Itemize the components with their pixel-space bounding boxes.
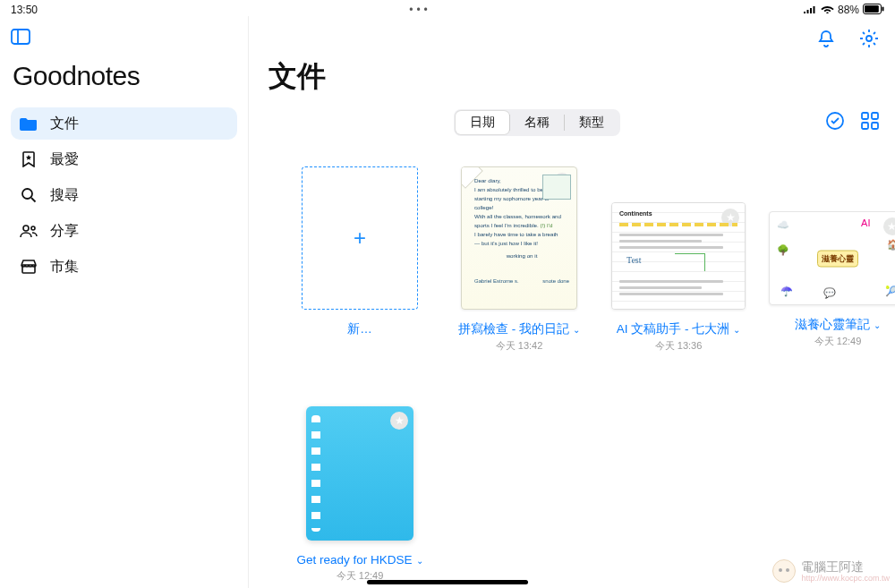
svg-point-9 (866, 36, 872, 41)
document-title: Get ready for HKDSE (296, 553, 412, 567)
signal-icon (803, 4, 817, 16)
svg-point-8 (31, 226, 35, 230)
home-indicator[interactable] (367, 580, 528, 584)
sidebar-item-label: 市集 (50, 258, 79, 277)
battery-icon (863, 4, 884, 17)
svg-point-7 (23, 226, 29, 231)
document-date: 今天 12:49 (766, 335, 895, 348)
favorite-star-icon[interactable]: ★ (883, 217, 896, 235)
main-pane: 文件 日期 名稱 類型 + 新… (249, 16, 895, 588)
sidebar-item-label: 搜尋 (50, 186, 79, 205)
sidebar-item-label: 分享 (50, 222, 79, 241)
svg-rect-11 (862, 113, 868, 119)
page-title: 文件 (268, 57, 879, 97)
handwriting-preview: Dear diary, I am absolutely thrilled to … (474, 176, 569, 302)
chevron-down-icon[interactable]: ⌄ (573, 325, 580, 335)
sort-option-date[interactable]: 日期 (456, 111, 509, 134)
chevron-down-icon[interactable]: ⌄ (416, 556, 423, 566)
store-icon (20, 260, 38, 274)
status-time: 13:50 (11, 4, 38, 16)
sidebar-item-share[interactable]: 分享 (11, 215, 237, 247)
document-title: 拼寫檢查 - 我的日記 (458, 321, 569, 337)
document-tile[interactable]: ★ Dear diary, I am absolutely thrilled t… (448, 166, 591, 353)
document-tile[interactable]: ★ Get ready for HKDSE ⌄ 今天 12:49 (288, 406, 431, 583)
sidebar: Goodnotes 文件 最愛 搜尋 (0, 16, 249, 588)
svg-rect-12 (872, 113, 878, 119)
sidebar-item-favorites[interactable]: 最愛 (11, 143, 237, 175)
chevron-down-icon[interactable]: ⌄ (733, 325, 740, 335)
svg-point-5 (22, 189, 32, 199)
document-tile[interactable]: ★ Continents Test AI 文稿助手 - 七大洲 ⌄ 今天 13:… (607, 166, 750, 353)
people-icon (20, 224, 38, 238)
sort-option-type[interactable]: 類型 (565, 111, 618, 134)
document-thumbnail: ★ ☁️ AI 🌳 🏠 ☂️ 💬 🎾 滋養心靈 (769, 211, 896, 305)
notifications-button[interactable] (816, 29, 836, 52)
sort-segmented-control[interactable]: 日期 名稱 類型 (454, 109, 620, 136)
new-document-tile[interactable]: + 新… (288, 166, 431, 353)
select-button[interactable] (825, 111, 845, 134)
view-grid-button[interactable] (861, 112, 879, 133)
svg-rect-3 (12, 30, 30, 44)
watermark: 電腦王阿達 http://www.kocpc.com.tw (772, 559, 890, 583)
watermark-text: 電腦王阿達 (801, 559, 864, 574)
document-thumbnail: ★ Continents Test (611, 202, 746, 310)
plus-icon: + (302, 166, 418, 310)
document-date: 今天 13:36 (607, 339, 750, 353)
battery-pct: 88% (838, 4, 859, 16)
sidebar-item-marketplace[interactable]: 市集 (11, 251, 237, 283)
app-brand: Goodnotes (13, 61, 235, 91)
watermark-face-icon (772, 559, 796, 583)
sort-option-name[interactable]: 名稱 (510, 111, 564, 134)
sidebar-item-documents[interactable]: 文件 (11, 107, 237, 140)
sidebar-item-label: 文件 (50, 115, 79, 133)
svg-line-6 (31, 198, 36, 202)
svg-rect-1 (865, 5, 879, 13)
document-grid: + 新… ★ Dear diary, I am absolutely thril… (288, 166, 879, 583)
document-title: 新… (347, 321, 372, 337)
svg-rect-2 (882, 6, 884, 11)
sidebar-item-search[interactable]: 搜尋 (11, 179, 237, 211)
search-icon (20, 187, 38, 203)
folder-icon (20, 116, 38, 131)
status-bar: 13:50 ••• 88% (0, 0, 895, 16)
document-thumbnail: ★ (306, 406, 413, 541)
chevron-down-icon[interactable]: ⌄ (874, 320, 881, 330)
watermark-url: http://www.kocpc.com.tw (801, 574, 890, 583)
document-title: 滋養心靈筆記 (795, 317, 870, 333)
document-tile[interactable]: ★ ☁️ AI 🌳 🏠 ☂️ 💬 🎾 滋養心靈 滋養心靈筆記 ⌄ 今天 12:4… (766, 166, 895, 353)
wifi-icon (821, 4, 834, 16)
sidebar-item-label: 最愛 (50, 150, 79, 169)
document-thumbnail: ★ Dear diary, I am absolutely thrilled t… (461, 166, 577, 310)
favorite-star-icon[interactable]: ★ (390, 412, 408, 430)
sidebar-toggle-button[interactable] (11, 29, 237, 48)
settings-button[interactable] (859, 29, 879, 52)
svg-rect-13 (862, 123, 868, 129)
svg-rect-14 (872, 123, 878, 129)
status-dots: ••• (38, 4, 803, 16)
document-title: AI 文稿助手 - 七大洲 (617, 321, 730, 337)
document-date: 今天 13:42 (448, 339, 591, 353)
bookmark-icon (20, 151, 38, 167)
